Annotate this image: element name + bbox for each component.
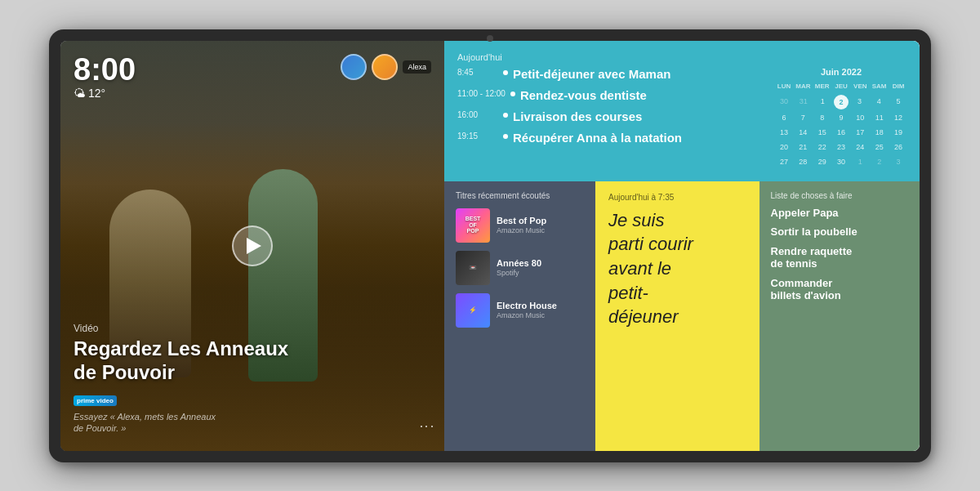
cal-2b: 2 bbox=[871, 155, 888, 168]
cal-week-2: 6 7 8 9 10 11 12 bbox=[776, 111, 906, 124]
avatars-row: Alexa bbox=[341, 54, 431, 80]
video-top-info: 8:00 🌤 12° bbox=[74, 54, 136, 100]
temperature: 12° bbox=[88, 87, 105, 100]
cal-h-ven: VEN bbox=[852, 80, 868, 93]
music-source-3: Amazon Music bbox=[497, 311, 584, 319]
event-name-4: Récupérer Anna à la natation bbox=[513, 131, 682, 145]
music-item-1[interactable]: BESTOFPOP Best of Pop Amazon Music bbox=[456, 208, 584, 243]
todo-title: Liste de choses à faire bbox=[771, 191, 909, 200]
cal-20: 20 bbox=[776, 141, 792, 154]
alexa-badge: Alexa bbox=[403, 60, 431, 74]
play-button[interactable] bbox=[232, 225, 273, 266]
avatar-1[interactable] bbox=[341, 54, 367, 80]
cal-header-row: LUN MAR MER JEU VEN SAM DIM bbox=[776, 80, 906, 93]
cal-30: 30 bbox=[776, 95, 792, 108]
events-list: 8:45 Petit-déjeuner avec Maman 11:00 - 1… bbox=[457, 67, 763, 170]
today-label: Aujourd'hui bbox=[457, 52, 906, 62]
cal-7: 7 bbox=[795, 111, 811, 124]
cal-27: 27 bbox=[776, 155, 792, 168]
video-panel: 8:00 🌤 12° Alexa Vidéo Regardez Les Anne… bbox=[60, 41, 444, 451]
cal-13: 13 bbox=[776, 126, 792, 139]
right-panel: Aujourd'hui 8:45 Petit-déjeuner avec Mam… bbox=[444, 41, 920, 451]
cal-9: 9 bbox=[833, 111, 849, 124]
weather-display: 🌤 12° bbox=[74, 87, 136, 100]
cal-21: 21 bbox=[795, 141, 811, 154]
mini-calendar: Juin 2022 LUN MAR MER JEU VEN SAM DIM bbox=[776, 67, 906, 170]
calendar-section: Aujourd'hui 8:45 Petit-déjeuner avec Mam… bbox=[444, 41, 920, 181]
music-item-3[interactable]: ⚡ Electro House Amazon Music bbox=[456, 293, 584, 328]
cal-week-4: 20 21 22 23 24 25 26 bbox=[776, 141, 906, 154]
todo-item-2: Sortir la poubelle bbox=[771, 225, 909, 239]
cal-week-5: 27 28 29 30 1 2 3 bbox=[776, 155, 906, 168]
event-time-2: 11:00 - 12:00 bbox=[457, 88, 506, 98]
event-dot-2 bbox=[510, 92, 515, 96]
music-source-1: Amazon Music bbox=[497, 226, 584, 234]
event-dot-1 bbox=[503, 70, 508, 75]
cal-h-lun: LUN bbox=[776, 80, 792, 93]
video-title: Regardez Les Anneauxde Pouvoir bbox=[74, 337, 431, 385]
play-icon bbox=[247, 238, 261, 254]
cal-22: 22 bbox=[814, 141, 831, 154]
video-category: Vidéo bbox=[74, 323, 431, 334]
cal-5: 5 bbox=[890, 95, 906, 108]
cal-15: 15 bbox=[814, 126, 831, 139]
cal-30b: 30 bbox=[833, 155, 849, 168]
cal-week-1: 30 31 1 2 3 4 5 bbox=[776, 95, 906, 109]
event-time-4: 19:15 bbox=[457, 131, 498, 141]
event-time-1: 8:45 bbox=[457, 67, 498, 77]
cal-3: 3 bbox=[852, 95, 868, 108]
mini-cal-title: Juin 2022 bbox=[776, 67, 906, 77]
todo-item-3: Rendre raquettede tennis bbox=[771, 245, 909, 270]
music-section: Titres récemment écoutés BESTOFPOP Best … bbox=[444, 181, 595, 451]
todo-section: Liste de choses à faire Appeler Papa Sor… bbox=[760, 181, 920, 451]
bottom-row: Titres récemment écoutés BESTOFPOP Best … bbox=[444, 181, 920, 451]
cal-17: 17 bbox=[852, 126, 868, 139]
cal-1b: 1 bbox=[852, 155, 868, 168]
event-item-1: 8:45 Petit-déjeuner avec Maman bbox=[457, 67, 763, 82]
device-screen: 8:00 🌤 12° Alexa Vidéo Regardez Les Anne… bbox=[60, 41, 920, 451]
cal-1: 1 bbox=[814, 95, 831, 108]
cal-29: 29 bbox=[814, 155, 831, 168]
music-info-2: Années 80 Spotify bbox=[497, 258, 584, 277]
video-bottom-info: Vidéo Regardez Les Anneauxde Pouvoir pri… bbox=[74, 323, 431, 434]
cal-h-jeu: JEU bbox=[833, 80, 849, 93]
cal-14: 14 bbox=[795, 126, 811, 139]
todo-item-4: Commanderbillets d'avion bbox=[771, 277, 909, 302]
album-art-3: ⚡ bbox=[456, 293, 490, 328]
event-name-2: Rendez-vous dentiste bbox=[520, 88, 647, 103]
music-title-1: Best of Pop bbox=[497, 216, 584, 226]
time-display: 8:00 bbox=[74, 54, 136, 85]
cal-18: 18 bbox=[871, 126, 888, 139]
music-item-2[interactable]: 📼 Années 80 Spotify bbox=[456, 251, 584, 285]
cal-3b: 3 bbox=[890, 155, 906, 168]
cal-h-dim: DIM bbox=[890, 80, 906, 93]
cal-10: 10 bbox=[852, 111, 868, 124]
event-name-1: Petit-déjeuner avec Maman bbox=[513, 67, 670, 82]
cal-28: 28 bbox=[795, 155, 811, 168]
cal-6: 6 bbox=[776, 111, 792, 124]
event-time-3: 16:00 bbox=[457, 109, 498, 119]
device-frame: 8:00 🌤 12° Alexa Vidéo Regardez Les Anne… bbox=[49, 29, 931, 462]
more-menu-button[interactable]: ⋮ bbox=[418, 419, 436, 435]
todo-item-1: Appeler Papa bbox=[771, 207, 909, 220]
cal-h-mer: MER bbox=[814, 80, 831, 93]
weather-icon: 🌤 bbox=[74, 87, 85, 100]
cal-19: 19 bbox=[890, 126, 906, 139]
cal-h-mar: MAR bbox=[795, 80, 811, 93]
music-section-title: Titres récemment écoutés bbox=[456, 191, 584, 200]
calendar-layout: 8:45 Petit-déjeuner avec Maman 11:00 - 1… bbox=[457, 67, 906, 170]
cal-today: 2 bbox=[834, 95, 849, 109]
sticky-message: Je suisparti couriravant lepetit-déjeune… bbox=[608, 208, 746, 329]
event-dot-4 bbox=[503, 134, 508, 139]
cal-25: 25 bbox=[871, 141, 888, 154]
cal-24: 24 bbox=[852, 141, 868, 154]
avatar-2[interactable] bbox=[372, 54, 398, 80]
event-item-4: 19:15 Récupérer Anna à la natation bbox=[457, 131, 763, 145]
cal-31: 31 bbox=[795, 95, 812, 108]
music-info-3: Electro House Amazon Music bbox=[497, 301, 584, 319]
music-source-2: Spotify bbox=[497, 269, 584, 277]
cal-23: 23 bbox=[833, 141, 849, 154]
music-info-1: Best of Pop Amazon Music bbox=[497, 216, 584, 234]
cal-8: 8 bbox=[814, 111, 831, 124]
music-title-2: Années 80 bbox=[497, 258, 584, 269]
